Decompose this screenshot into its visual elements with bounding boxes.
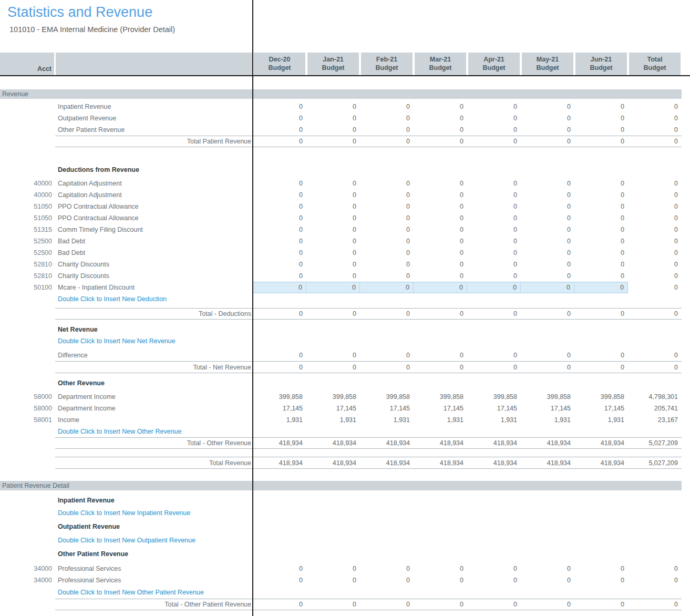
value-cell-col6[interactable]: 399,858 bbox=[574, 391, 628, 403]
value-cell-col7[interactable]: 0 bbox=[628, 178, 682, 189]
value-cell-col5[interactable]: 0 bbox=[521, 349, 574, 361]
value-cell-col3[interactable]: 0 bbox=[414, 235, 467, 247]
value-cell-col6[interactable]: 0 bbox=[574, 212, 628, 224]
value-cell-col2[interactable]: 0 bbox=[360, 101, 414, 112]
value-cell-col2[interactable]: 0 bbox=[360, 235, 414, 247]
value-cell-col1[interactable]: 0 bbox=[306, 563, 360, 574]
value-cell-col0[interactable]: 399,858 bbox=[253, 391, 306, 403]
value-cell-col7[interactable]: 0 bbox=[628, 235, 682, 247]
value-cell-col3[interactable]: 0 bbox=[414, 189, 467, 201]
value-cell-col5[interactable]: 1,931 bbox=[521, 414, 574, 426]
value-cell-col4[interactable]: 0 bbox=[467, 235, 521, 247]
value-cell-col3[interactable]: 0 bbox=[414, 224, 467, 235]
value-cell-col1[interactable]: 0 bbox=[306, 270, 360, 282]
value-cell-col1[interactable]: 0 bbox=[306, 259, 360, 270]
value-cell-col2[interactable]: 0 bbox=[360, 212, 414, 224]
value-cell-col1[interactable]: 17,145 bbox=[306, 403, 360, 414]
value-cell-col2[interactable]: 0 bbox=[360, 282, 414, 293]
value-cell-col2[interactable]: 0 bbox=[360, 189, 414, 201]
value-cell-col3[interactable]: 0 bbox=[414, 201, 467, 212]
value-cell-col0[interactable]: 0 bbox=[253, 270, 306, 282]
value-cell-col7[interactable]: 0 bbox=[628, 212, 682, 224]
value-cell-col4[interactable]: 0 bbox=[467, 224, 521, 235]
insert-link[interactable]: Double Click to Insert New Deduction bbox=[55, 295, 253, 303]
value-cell-col4[interactable]: 0 bbox=[467, 349, 521, 361]
value-cell-col7[interactable]: 0 bbox=[628, 101, 682, 112]
value-cell-col7[interactable]: 23,167 bbox=[628, 414, 682, 426]
value-cell-col2[interactable]: 0 bbox=[360, 247, 414, 259]
value-cell-col1[interactable]: 0 bbox=[306, 189, 360, 201]
value-cell-col6[interactable]: 0 bbox=[574, 235, 628, 247]
value-cell-col5[interactable]: 0 bbox=[521, 124, 574, 136]
value-cell-col6[interactable]: 0 bbox=[574, 201, 628, 212]
value-cell-col7[interactable]: 0 bbox=[628, 124, 682, 136]
value-cell-col0[interactable]: 0 bbox=[253, 235, 306, 247]
value-cell-col4[interactable]: 0 bbox=[467, 282, 521, 293]
value-cell-col5[interactable]: 0 bbox=[521, 259, 574, 270]
value-cell-col3[interactable]: 0 bbox=[414, 101, 467, 112]
value-cell-col6[interactable]: 0 bbox=[574, 270, 628, 282]
value-cell-col5[interactable]: 0 bbox=[521, 574, 574, 586]
value-cell-col5[interactable]: 0 bbox=[521, 224, 574, 235]
value-cell-col6[interactable]: 0 bbox=[574, 563, 628, 574]
value-cell-col6[interactable]: 0 bbox=[574, 574, 628, 586]
value-cell-col4[interactable]: 0 bbox=[467, 574, 521, 586]
value-cell-col3[interactable]: 17,145 bbox=[414, 403, 467, 414]
value-cell-col5[interactable]: 0 bbox=[521, 282, 574, 293]
value-cell-col4[interactable]: 0 bbox=[467, 101, 521, 112]
value-cell-col3[interactable]: 0 bbox=[414, 574, 467, 586]
value-cell-col2[interactable]: 0 bbox=[360, 574, 414, 586]
value-cell-col7[interactable]: 0 bbox=[628, 247, 682, 259]
value-cell-col0[interactable]: 0 bbox=[253, 101, 306, 112]
value-cell-col0[interactable]: 0 bbox=[253, 282, 306, 293]
value-cell-col3[interactable]: 0 bbox=[414, 212, 467, 224]
value-cell-col2[interactable]: 1,931 bbox=[360, 414, 414, 426]
value-cell-col1[interactable]: 0 bbox=[306, 178, 360, 189]
value-cell-col7[interactable]: 0 bbox=[628, 224, 682, 235]
value-cell-col6[interactable]: 0 bbox=[574, 247, 628, 259]
value-cell-col0[interactable]: 0 bbox=[253, 259, 306, 270]
value-cell-col5[interactable]: 0 bbox=[521, 178, 574, 189]
value-cell-col6[interactable]: 0 bbox=[574, 282, 628, 293]
value-cell-col1[interactable]: 0 bbox=[306, 224, 360, 235]
value-cell-col4[interactable]: 0 bbox=[467, 212, 521, 224]
value-cell-col3[interactable]: 1,931 bbox=[414, 414, 467, 426]
value-cell-col0[interactable]: 0 bbox=[253, 563, 306, 574]
value-cell-col1[interactable]: 0 bbox=[306, 574, 360, 586]
value-cell-col0[interactable]: 17,145 bbox=[253, 403, 306, 414]
value-cell-col2[interactable]: 399,858 bbox=[360, 391, 414, 403]
value-cell-col0[interactable]: 0 bbox=[253, 112, 306, 124]
value-cell-col2[interactable]: 0 bbox=[360, 563, 414, 574]
value-cell-col3[interactable]: 0 bbox=[414, 282, 467, 293]
insert-link[interactable]: Double Click to Insert New Other Revenue bbox=[55, 428, 253, 435]
value-cell-col0[interactable]: 0 bbox=[253, 247, 306, 259]
value-cell-col7[interactable]: 0 bbox=[628, 349, 682, 361]
value-cell-col4[interactable]: 0 bbox=[467, 178, 521, 189]
value-cell-col5[interactable]: 0 bbox=[521, 201, 574, 212]
value-cell-col2[interactable]: 0 bbox=[360, 270, 414, 282]
value-cell-col5[interactable]: 399,858 bbox=[521, 391, 574, 403]
value-cell-col3[interactable]: 0 bbox=[414, 563, 467, 574]
value-cell-col7[interactable]: 0 bbox=[628, 574, 682, 586]
value-cell-col3[interactable]: 0 bbox=[414, 270, 467, 282]
value-cell-col2[interactable]: 0 bbox=[360, 201, 414, 212]
value-cell-col1[interactable]: 0 bbox=[306, 101, 360, 112]
value-cell-col2[interactable]: 0 bbox=[360, 349, 414, 361]
value-cell-col7[interactable]: 0 bbox=[628, 563, 682, 574]
value-cell-col0[interactable]: 0 bbox=[253, 189, 306, 201]
value-cell-col0[interactable]: 0 bbox=[253, 178, 306, 189]
value-cell-col6[interactable]: 0 bbox=[574, 224, 628, 235]
value-cell-col0[interactable]: 0 bbox=[253, 574, 306, 586]
insert-link[interactable]: Double Click to Insert New Outpatient Re… bbox=[55, 537, 253, 544]
value-cell-col7[interactable]: 0 bbox=[628, 189, 682, 201]
value-cell-col2[interactable]: 0 bbox=[360, 259, 414, 270]
value-cell-col7[interactable]: 0 bbox=[628, 270, 682, 282]
value-cell-col5[interactable]: 0 bbox=[521, 270, 574, 282]
value-cell-col0[interactable]: 0 bbox=[253, 201, 306, 212]
value-cell-col3[interactable]: 0 bbox=[414, 124, 467, 136]
value-cell-col0[interactable]: 0 bbox=[253, 349, 306, 361]
value-cell-col3[interactable]: 0 bbox=[414, 112, 467, 124]
value-cell-col6[interactable]: 0 bbox=[574, 112, 628, 124]
value-cell-col3[interactable]: 0 bbox=[414, 349, 467, 361]
value-cell-col6[interactable]: 0 bbox=[574, 124, 628, 136]
